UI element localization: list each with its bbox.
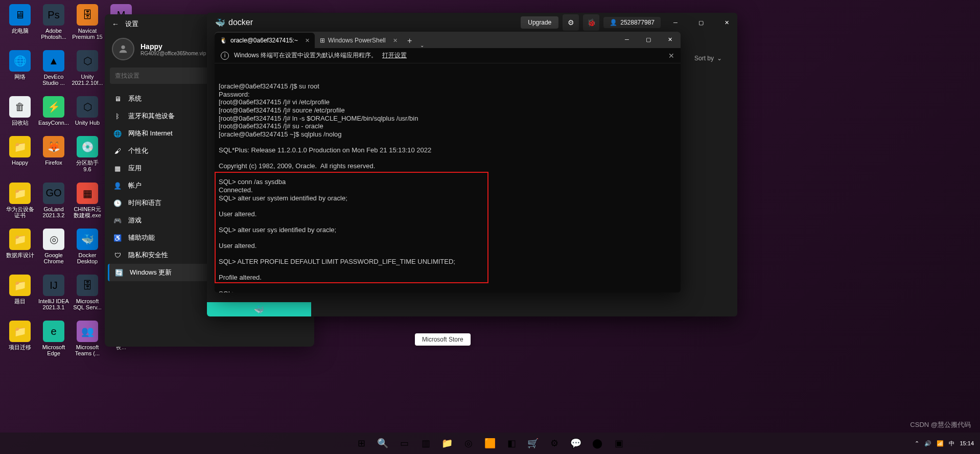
icon-label: Microsoft Edge: [38, 344, 69, 356]
nav-label: 系统: [128, 94, 142, 103]
user-icon: 👤: [610, 19, 617, 26]
app-icon: ⚡: [43, 96, 64, 118]
docker-icon: 🐳: [215, 18, 225, 28]
clock[interactable]: 15:14: [960, 440, 974, 446]
nav-icon: 🎮: [113, 216, 122, 225]
desktop-icon[interactable]: ⬡Unity Hub: [72, 96, 103, 126]
taskbar-item[interactable]: ⬤: [588, 434, 606, 452]
info-icon: i: [221, 52, 229, 60]
taskbar-item[interactable]: ◎: [459, 434, 478, 452]
maximize-button[interactable]: ▢: [638, 32, 659, 47]
desktop-icon[interactable]: 💿分区助手 9.6: [72, 136, 103, 172]
taskbar-item[interactable]: 🟧: [481, 434, 499, 452]
back-button[interactable]: ←: [112, 20, 119, 28]
tab-dropdown-button[interactable]: ⌄: [417, 42, 427, 48]
settings-title: 设置: [125, 19, 138, 29]
taskbar-item[interactable]: ◧: [502, 434, 521, 452]
app-icon: 🗄: [77, 275, 98, 296]
icon-label: Microsoft Teams (...: [72, 344, 103, 356]
icon-label: 回收站: [12, 120, 29, 126]
terminal-tab[interactable]: 🐧oracle@0a6ef3247415:~✕: [215, 33, 315, 48]
app-icon: Ps: [43, 4, 64, 26]
desktop-icon[interactable]: 📁Happy: [4, 136, 36, 172]
desktop-icon[interactable]: 🗑回收站: [4, 96, 36, 126]
app-icon: 📁: [9, 229, 31, 250]
desktop-icon[interactable]: 🗄Microsoft SQL Serv...: [72, 275, 103, 310]
desktop-icon[interactable]: 📁项目迁移: [4, 321, 36, 356]
desktop-icon[interactable]: 📁数据库设计: [4, 229, 36, 264]
minimize-button[interactable]: ─: [665, 15, 686, 30]
icon-label: 数据库设计: [6, 252, 34, 258]
desktop-icon[interactable]: eMicrosoft Edge: [38, 321, 69, 356]
taskbar-item[interactable]: ⊞: [352, 434, 370, 452]
desktop-icon[interactable]: 🦊Firefox: [38, 136, 69, 172]
icon-label: 此电脑: [12, 28, 29, 34]
taskbar-item[interactable]: ⚙: [545, 434, 564, 452]
app-icon: ⬡: [77, 96, 98, 118]
icon-label: IntelliJ IDEA 2021.3.1: [38, 298, 69, 310]
close-button[interactable]: ✕: [716, 15, 737, 30]
chevron-up-icon[interactable]: ⌃: [915, 440, 919, 447]
bug-icon[interactable]: 🐞: [583, 14, 599, 31]
close-button[interactable]: ✕: [659, 32, 681, 47]
volume-icon[interactable]: 🔊: [924, 440, 931, 447]
desktop-icon[interactable]: 🖥此电脑: [4, 4, 36, 40]
tab-close-button[interactable]: ✕: [305, 37, 310, 44]
desktop-icon[interactable]: ◎Google Chrome: [38, 229, 69, 264]
system-tray[interactable]: ⌃ 🔊 📶 中 15:14: [915, 440, 974, 447]
desktop-icon[interactable]: ▦CHINER元数建模.exe: [72, 183, 103, 218]
watermark: CSDN @慧公搬代码: [910, 420, 971, 429]
tab-label: oracle@0a6ef3247415:~: [230, 37, 298, 44]
user-badge[interactable]: 👤 2528877987: [603, 17, 661, 28]
desktop-icon[interactable]: 🐳Docker Desktop: [72, 229, 103, 264]
nav-icon: 🔄: [114, 268, 124, 277]
desktop-icon[interactable]: IJIntelliJ IDEA 2021.3.1: [38, 275, 69, 310]
terminal-tab[interactable]: ⊞Windows PowerShell✕: [315, 33, 403, 48]
upgrade-button[interactable]: Upgrade: [521, 16, 558, 29]
desktop-icon[interactable]: ▲DevEco Studio ...: [38, 50, 69, 86]
ime-icon[interactable]: 中: [949, 440, 954, 447]
desktop-icon[interactable]: 👥Microsoft Teams (...: [72, 321, 103, 356]
nav-icon: 🛡: [113, 251, 122, 260]
nav-label: 帐户: [128, 181, 142, 190]
tab-close-button[interactable]: ✕: [393, 37, 398, 44]
maximize-button[interactable]: ▢: [690, 15, 712, 30]
minimize-button[interactable]: ─: [616, 32, 638, 47]
taskbar-item[interactable]: ▥: [416, 434, 435, 452]
desktop-icon[interactable]: PsAdobe Photosh...: [38, 4, 69, 40]
terminal-body[interactable]: [oracle@0a6ef3247415 /]$ su root Passwor…: [215, 63, 681, 292]
dismiss-button[interactable]: ✕: [668, 52, 674, 60]
icon-label: Happy: [12, 160, 28, 166]
chevron-down-icon: ⌄: [717, 55, 722, 62]
sort-by-dropdown[interactable]: Sort by ⌄: [694, 55, 722, 62]
desktop-icon[interactable]: 🗄Navicat Premium 15: [72, 4, 103, 40]
avatar: [112, 38, 134, 60]
nav-label: 隐私和安全性: [128, 251, 168, 260]
tooltip: Microsoft Store: [415, 333, 471, 346]
taskbar-item[interactable]: 🔍: [374, 434, 392, 452]
open-settings-link[interactable]: 打开设置: [382, 51, 407, 60]
desktop-icon[interactable]: ⚡EasyConn...: [38, 96, 69, 126]
icon-label: 网络: [14, 74, 26, 80]
desktop-icon[interactable]: 📁题目: [4, 275, 36, 310]
icon-label: Unity 2021.2.10f...: [72, 74, 103, 86]
app-icon: ▦: [77, 183, 98, 204]
gear-icon[interactable]: ⚙: [563, 14, 579, 31]
taskbar-item[interactable]: ▣: [610, 434, 628, 452]
app-icon: 📁: [9, 275, 31, 296]
wifi-icon[interactable]: 📶: [937, 440, 944, 447]
new-tab-button[interactable]: +: [403, 34, 417, 48]
nav-icon: 🕒: [113, 198, 122, 208]
profile-email: RG4092@office365home.vip: [141, 51, 206, 56]
app-icon: 🗄: [77, 4, 98, 26]
app-icon: 📁: [9, 321, 31, 342]
desktop-icon[interactable]: GOGoLand 2021.3.2: [38, 183, 69, 218]
taskbar-item[interactable]: ▭: [395, 434, 413, 452]
icon-label: CHINER元数建模.exe: [72, 206, 103, 218]
desktop-icon[interactable]: 🌐网络: [4, 50, 36, 86]
taskbar-item[interactable]: 📁: [438, 434, 456, 452]
taskbar-item[interactable]: 💬: [567, 434, 585, 452]
desktop-icon[interactable]: 📁华为云设备证书: [4, 183, 36, 218]
taskbar-item[interactable]: 🛒: [524, 434, 542, 452]
desktop-icon[interactable]: ⬡Unity 2021.2.10f...: [72, 50, 103, 86]
